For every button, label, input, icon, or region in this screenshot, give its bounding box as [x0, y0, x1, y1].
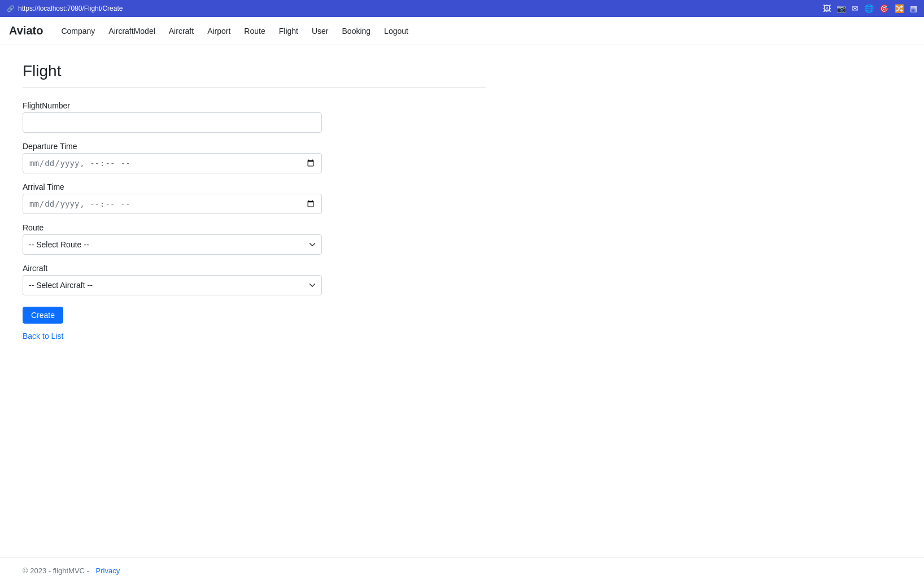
nav-company[interactable]: Company	[61, 27, 95, 36]
nav-logout[interactable]: Logout	[384, 27, 408, 36]
camera-icon[interactable]: 📷	[836, 4, 846, 13]
aircraft-label: Aircraft	[23, 264, 486, 273]
aircraft-group: Aircraft -- Select Aircraft --	[23, 264, 486, 295]
nav-booking[interactable]: Booking	[342, 27, 371, 36]
flight-number-group: FlightNumber	[23, 101, 486, 133]
main-content: Flight FlightNumber Departure Time Arriv…	[0, 45, 508, 557]
brand-link[interactable]: Aviato	[9, 24, 43, 37]
departure-time-group: Departure Time	[23, 142, 486, 173]
departure-time-label: Departure Time	[23, 142, 486, 151]
browser-actions: 🖼 📷 ✉ 🌐 🎯 🔀 ▦	[823, 4, 917, 13]
nav-user[interactable]: User	[312, 27, 329, 36]
footer-copyright: © 2023 - flightMVC -	[23, 566, 89, 575]
arrival-time-input[interactable]	[23, 194, 322, 214]
route-select[interactable]: -- Select Route --	[23, 234, 322, 255]
navbar: Aviato Company AircraftModel Aircraft Ai…	[0, 17, 924, 45]
flight-number-label: FlightNumber	[23, 101, 486, 110]
footer-separator	[91, 566, 94, 575]
layout-icon[interactable]: ▦	[910, 4, 917, 13]
route-group: Route -- Select Route --	[23, 223, 486, 255]
aircraft-select[interactable]: -- Select Aircraft --	[23, 275, 322, 295]
mail-icon[interactable]: ✉	[852, 4, 858, 13]
back-to-list-link[interactable]: Back to List	[23, 332, 486, 341]
arrival-time-label: Arrival Time	[23, 182, 486, 191]
route-label: Route	[23, 223, 486, 232]
departure-time-input[interactable]	[23, 153, 322, 173]
browser-bar: 🔗 https://localhost:7080/Flight/Create 🖼…	[0, 0, 924, 17]
link-icon: 🔗	[7, 5, 15, 12]
divider	[23, 87, 486, 88]
bookmark-icon[interactable]: 🖼	[823, 4, 831, 13]
exchange-icon[interactable]: 🔀	[895, 4, 904, 13]
footer: © 2023 - flightMVC - Privacy	[0, 557, 924, 584]
nav-aircraftmodel[interactable]: AircraftModel	[108, 27, 155, 36]
url-text: https://localhost:7080/Flight/Create	[18, 5, 123, 12]
flight-number-input[interactable]	[23, 112, 322, 133]
target-icon[interactable]: 🎯	[879, 4, 889, 13]
flight-form: FlightNumber Departure Time Arrival Time…	[23, 101, 486, 341]
url-bar: 🔗 https://localhost:7080/Flight/Create	[7, 5, 123, 12]
globe-icon[interactable]: 🌐	[864, 4, 874, 13]
page-title: Flight	[23, 62, 486, 80]
create-button[interactable]: Create	[23, 307, 63, 324]
privacy-link[interactable]: Privacy	[96, 566, 120, 575]
arrival-time-group: Arrival Time	[23, 182, 486, 214]
nav-route[interactable]: Route	[244, 27, 265, 36]
nav-aircraft[interactable]: Aircraft	[169, 27, 194, 36]
nav-flight[interactable]: Flight	[279, 27, 298, 36]
nav-airport[interactable]: Airport	[207, 27, 230, 36]
